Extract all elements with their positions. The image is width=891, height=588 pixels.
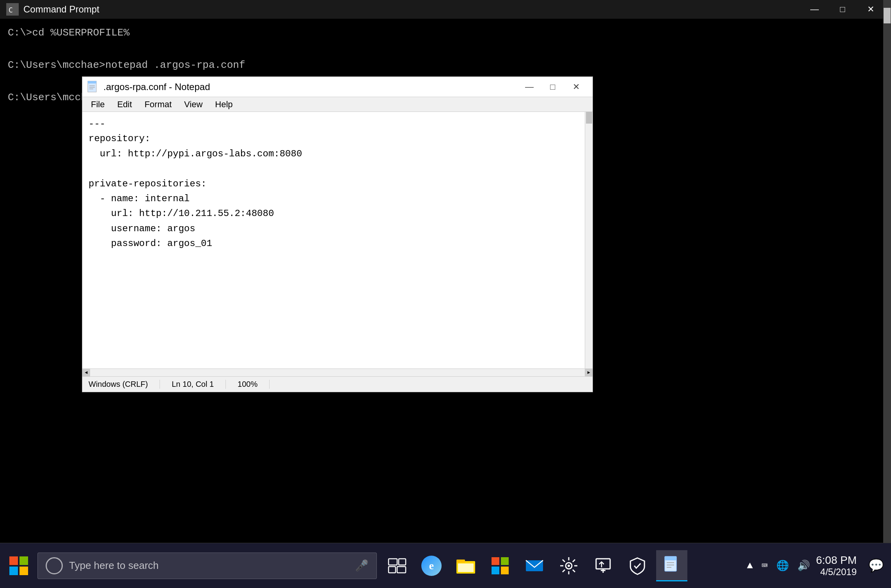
keyboard-icon[interactable]: ⌨: [758, 558, 771, 574]
notepad-scrollbar-h[interactable]: ◄ ►: [82, 368, 593, 376]
svg-rect-19: [501, 557, 509, 565]
menu-file[interactable]: File: [85, 98, 110, 111]
notepad-content-area: --- repository: url: http://pypi.argos-l…: [82, 112, 593, 368]
status-position: Ln 10, Col 1: [160, 380, 226, 389]
svg-rect-3: [88, 81, 96, 83]
cmd-line-3: C:\Users\mcchae>notepad .argos-rpa.conf: [8, 57, 883, 74]
taskbar-right: ▲ ⌨ 🌐 🔊 6:08 PM 4/5/2019 💬: [744, 554, 888, 577]
svg-rect-8: [20, 556, 28, 565]
taskbar-search-bar[interactable]: Type here to search 🎤: [37, 553, 377, 579]
notepad-menubar: File Edit Format View Help: [82, 97, 593, 112]
cmd-scrollbar[interactable]: [883, 0, 891, 588]
notepad-controls: — □ ✕: [518, 78, 588, 96]
cmd-controls: — □ ✕: [800, 0, 885, 19]
cmd-title: Command Prompt: [23, 4, 800, 15]
cmd-line-2: [8, 41, 883, 58]
svg-rect-12: [399, 559, 406, 565]
svg-rect-16: [456, 560, 465, 563]
sys-tray-icons: ▲ ⌨ 🌐 🔊: [744, 558, 813, 574]
taskbar-item-connect[interactable]: [587, 550, 619, 581]
scrollbar-h-right-btn[interactable]: ►: [585, 369, 593, 377]
svg-rect-10: [20, 567, 28, 575]
notepad-icon: [87, 81, 99, 93]
notepad-close-button[interactable]: ✕: [564, 78, 588, 96]
svg-rect-38: [665, 556, 676, 560]
svg-line-30: [573, 570, 575, 572]
clock-time: 6:08 PM: [816, 554, 857, 567]
taskbar: Type here to search 🎤 e: [0, 543, 891, 588]
svg-rect-11: [389, 559, 397, 565]
taskbar-item-ie[interactable]: e: [416, 550, 447, 581]
notepad-titlebar: .argos-rpa.conf - Notepad — □ ✕: [82, 77, 593, 97]
taskbar-item-notepad[interactable]: [656, 550, 687, 581]
volume-icon[interactable]: 🔊: [794, 558, 813, 574]
search-placeholder-text: Type here to search: [69, 560, 159, 572]
taskbar-item-settings[interactable]: [553, 550, 584, 581]
cmd-minimize-button[interactable]: —: [800, 0, 829, 19]
ie-icon: e: [421, 556, 442, 576]
notepad-editor[interactable]: --- repository: url: http://pypi.argos-l…: [82, 112, 585, 368]
svg-rect-20: [492, 567, 499, 574]
notepad-minimize-button[interactable]: —: [518, 78, 541, 96]
svg-line-29: [563, 560, 565, 562]
svg-rect-7: [9, 556, 18, 565]
notepad-scrollbar-v[interactable]: [585, 112, 593, 368]
status-encoding: Windows (CRLF): [89, 380, 160, 389]
svg-rect-17: [458, 563, 474, 572]
taskbar-item-store[interactable]: [485, 550, 516, 581]
notification-center-button[interactable]: 💬: [864, 554, 888, 577]
notepad-scrollbar-thumb: [586, 112, 592, 124]
notepad-maximize-button[interactable]: □: [541, 78, 564, 96]
svg-rect-21: [501, 567, 509, 574]
show-hidden-icons-button[interactable]: ▲: [744, 558, 756, 573]
menu-help[interactable]: Help: [209, 98, 238, 111]
menu-view[interactable]: View: [179, 98, 208, 111]
svg-line-31: [573, 560, 575, 562]
notepad-title: .argos-rpa.conf - Notepad: [103, 81, 518, 92]
svg-rect-18: [492, 557, 499, 565]
svg-rect-9: [9, 567, 18, 575]
network-icon[interactable]: 🌐: [773, 558, 792, 574]
notepad-window: .argos-rpa.conf - Notepad — □ ✕ File Edi…: [82, 76, 593, 392]
menu-edit[interactable]: Edit: [112, 98, 137, 111]
taskbar-app-items: e: [382, 550, 744, 581]
taskbar-item-task-view[interactable]: [382, 550, 413, 581]
start-button[interactable]: [3, 550, 34, 581]
taskbar-item-mail[interactable]: [519, 550, 550, 581]
taskbar-clock[interactable]: 6:08 PM 4/5/2019: [816, 554, 857, 577]
taskbar-item-security[interactable]: [622, 550, 653, 581]
cmd-icon: C: [6, 3, 19, 16]
svg-rect-14: [397, 567, 406, 573]
svg-rect-13: [389, 567, 396, 573]
cmd-maximize-button[interactable]: □: [829, 0, 857, 19]
svg-point-24: [568, 565, 570, 567]
cmd-close-button[interactable]: ✕: [857, 0, 885, 19]
svg-text:C: C: [9, 6, 13, 14]
taskbar-item-file-explorer[interactable]: [450, 550, 481, 581]
status-zoom: 100%: [226, 380, 270, 389]
notepad-statusbar: Windows (CRLF) Ln 10, Col 1 100%: [82, 376, 593, 392]
scrollbar-h-left-btn[interactable]: ◄: [82, 369, 90, 377]
desktop: C Command Prompt — □ ✕ C:\>cd %USERPROFI…: [0, 0, 891, 588]
menu-format[interactable]: Format: [139, 98, 177, 111]
clock-date: 4/5/2019: [816, 567, 857, 577]
cmd-scrollbar-thumb: [884, 8, 891, 23]
search-circle-icon: [46, 557, 63, 574]
microphone-icon[interactable]: 🎤: [355, 559, 369, 572]
svg-line-32: [563, 570, 565, 572]
cmd-titlebar: C Command Prompt — □ ✕: [0, 0, 891, 19]
cmd-line-1: C:\>cd %USERPROFILE%: [8, 25, 883, 41]
